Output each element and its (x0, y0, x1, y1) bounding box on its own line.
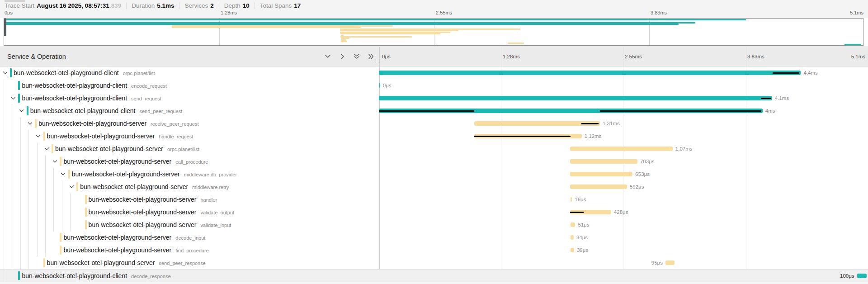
trace-duration-item: Duration5.1ms (126, 2, 179, 9)
indent-guide (4, 104, 4, 117)
operation-name: receive_peer_request (151, 121, 198, 127)
indent-guide (28, 244, 29, 256)
span-name: bun-websocket-otel-playground-serverrece… (38, 117, 198, 130)
service-name: bun-websocket-otel-playground-server (72, 170, 180, 178)
expand-all-icon[interactable] (367, 52, 375, 61)
indent-guide (45, 218, 46, 231)
span-row[interactable]: bun-websocket-otel-playground-serverrece… (0, 117, 868, 130)
span-row[interactable]: bun-websocket-otel-playground-serverfind… (0, 244, 868, 256)
timeline-gridline (623, 47, 623, 66)
span-collapse-chevron-icon[interactable] (68, 184, 75, 189)
span-name: bun-websocket-otel-playground-clientdeco… (22, 270, 170, 283)
indent-guide (62, 180, 62, 193)
service-name: bun-websocket-otel-playground-server (80, 183, 188, 190)
trace-summary-zone: Trace StartAugust 16 2025, 08:57:31.839 … (0, 0, 868, 18)
indent-guide (53, 218, 54, 231)
indent-guide (20, 218, 21, 231)
span-row[interactable]: bun-websocket-otel-playground-servervali… (0, 218, 868, 231)
span-duration-bar[interactable] (571, 222, 576, 227)
span-name: bun-websocket-otel-playground-serverhand… (47, 130, 193, 143)
span-row[interactable]: bun-websocket-otel-playground-clientorpc… (0, 66, 868, 79)
span-duration-bar[interactable] (379, 83, 380, 88)
span-row[interactable]: bun-websocket-otel-playground-servervali… (0, 206, 868, 218)
span-duration-bar[interactable] (857, 274, 867, 278)
operation-name: send_peer_request (139, 109, 182, 114)
indent-guide (37, 206, 38, 218)
collapse-one-icon[interactable] (324, 52, 332, 61)
indent-guide (37, 244, 38, 256)
indent-guide (45, 231, 46, 244)
span-duration-bar[interactable] (570, 172, 633, 176)
span-row[interactable]: bun-websocket-otel-playground-serverhand… (0, 130, 868, 142)
span-collapse-chevron-icon[interactable] (52, 159, 58, 164)
span-duration-bar[interactable] (379, 96, 772, 100)
service-color-indicator (85, 195, 87, 204)
service-name: bun-websocket-otel-playground-client (22, 82, 127, 89)
span-row[interactable]: bun-websocket-otel-playground-serverhand… (0, 193, 868, 206)
indent-guide (12, 155, 12, 168)
span-row[interactable]: bun-websocket-otel-playground-serverdeco… (0, 231, 868, 244)
span-duration-bar[interactable] (570, 185, 627, 189)
span-duration-bar[interactable] (570, 147, 673, 151)
service-color-indicator (10, 68, 12, 77)
operation-name: send_request (131, 96, 161, 101)
timeline-header-tick: 5.1ms (851, 47, 865, 66)
span-duration-label: 428μs (614, 206, 628, 218)
span-duration-bar[interactable] (571, 248, 574, 252)
minimap-scrubber-handle[interactable] (4, 19, 6, 36)
timeline-minimap[interactable] (4, 18, 863, 46)
service-color-indicator (85, 220, 87, 229)
span-name: bun-websocket-otel-playground-clientsend… (22, 92, 161, 105)
span-duration-bar[interactable] (570, 159, 637, 164)
span-duration-bar[interactable] (571, 197, 572, 202)
span-row[interactable]: bun-websocket-otel-playground-clientsend… (0, 104, 868, 117)
span-row[interactable]: bun-websocket-otel-playground-serverorpc… (0, 142, 868, 155)
span-collapse-chevron-icon[interactable] (43, 146, 50, 151)
span-row[interactable]: bun-websocket-otel-playground-clientsend… (0, 92, 868, 104)
minimap-ruler-tick: 3.83ms (651, 10, 667, 15)
indent-guide (37, 168, 38, 180)
indent-guide (53, 180, 54, 193)
span-collapse-chevron-icon[interactable] (10, 95, 16, 101)
critical-path-segment (570, 212, 584, 213)
minimap-span-bar (340, 33, 440, 34)
indent-guide (20, 231, 21, 244)
expand-one-icon[interactable] (338, 52, 346, 61)
span-duration-bar[interactable] (665, 260, 675, 265)
indent-guide (4, 130, 4, 142)
service-name: bun-websocket-otel-playground-server (63, 234, 171, 241)
span-name: bun-websocket-otel-playground-serverorpc… (55, 142, 199, 156)
indent-guide (28, 130, 29, 142)
span-duration-bar[interactable] (379, 71, 801, 75)
indent-guide (4, 155, 4, 168)
indent-guide (28, 155, 29, 168)
indent-guide (20, 206, 21, 218)
trace-summary-bar: Trace StartAugust 16 2025, 08:57:31.839 … (5, 1, 306, 9)
indent-guide (45, 206, 46, 218)
span-row[interactable]: bun-websocket-otel-playground-serversend… (0, 256, 868, 269)
column-resizer-grip[interactable] (376, 59, 379, 63)
span-row[interactable]: bun-websocket-otel-playground-servermidd… (0, 168, 868, 180)
collapse-all-icon[interactable] (353, 52, 361, 61)
indent-guide (4, 92, 4, 104)
span-duration-bar[interactable] (571, 235, 574, 240)
span-name: bun-websocket-otel-playground-servermidd… (72, 168, 237, 181)
span-collapse-chevron-icon[interactable] (35, 133, 42, 139)
span-row[interactable]: bun-websocket-otel-playground-servercall… (0, 155, 868, 168)
span-collapse-chevron-icon[interactable] (60, 171, 66, 177)
indent-guide (37, 231, 38, 244)
bottom-scroll-strip (0, 282, 868, 284)
service-color-indicator (52, 144, 53, 153)
service-color-indicator (27, 106, 28, 115)
span-collapse-chevron-icon[interactable] (27, 121, 33, 126)
operation-name: handle_request (159, 134, 193, 139)
span-name: bun-websocket-otel-playground-servercall… (63, 155, 208, 168)
span-row[interactable]: bun-websocket-otel-playground-clientenco… (0, 79, 868, 92)
span-collapse-chevron-icon[interactable] (19, 108, 25, 114)
span-collapse-chevron-icon[interactable] (2, 70, 8, 76)
span-row[interactable]: bun-websocket-otel-playground-clientdeco… (0, 269, 868, 282)
indent-guide (4, 256, 4, 269)
indent-guide (4, 206, 4, 218)
minimap-span-bar (4, 24, 679, 25)
span-row[interactable]: bun-websocket-otel-playground-servermidd… (0, 180, 868, 193)
